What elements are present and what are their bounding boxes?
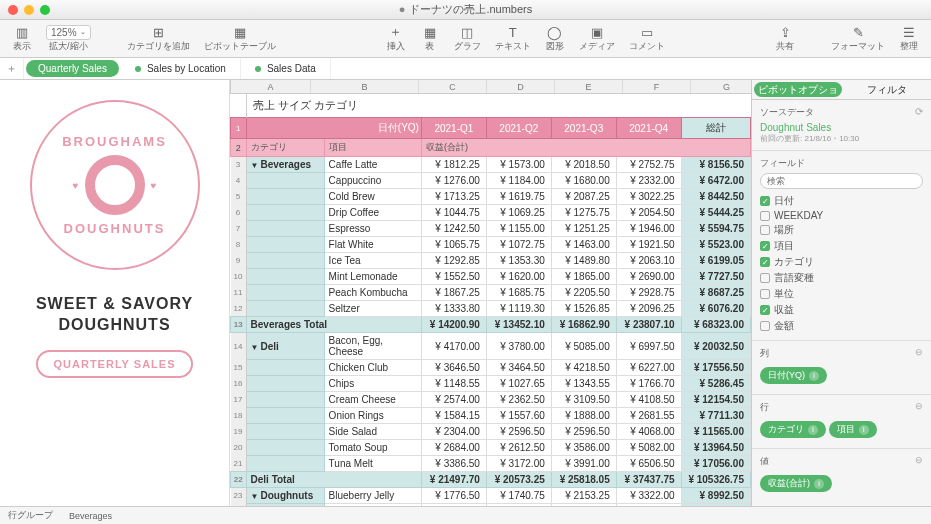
- donut-icon: [85, 155, 145, 215]
- table-row[interactable]: 4Cappuccino¥ 1276.00¥ 1184.00¥ 1680.00¥ …: [231, 173, 751, 189]
- table-row[interactable]: 11Peach Kombucha¥ 1867.25¥ 1685.75¥ 2205…: [231, 285, 751, 301]
- values-label: 値: [760, 455, 769, 468]
- chart-button[interactable]: ◫グラフ: [448, 24, 487, 53]
- footer-label: 行グループ: [8, 509, 53, 522]
- row-pill[interactable]: 項目i: [829, 421, 877, 438]
- table-row[interactable]: 20Tomato Soup¥ 2684.00¥ 2612.50¥ 3586.00…: [231, 440, 751, 456]
- inspector-sidebar: ピボットオプション フィルタ ソースデータ⟳ Doughnut Sales 前回…: [751, 80, 931, 506]
- checkbox-icon[interactable]: ✓: [760, 257, 770, 267]
- source-name[interactable]: Doughnut Sales: [760, 122, 923, 133]
- table-title: 売上 サイズ カテゴリ: [246, 94, 750, 118]
- sheet-tab-quarterly[interactable]: Quarterly Sales: [26, 60, 119, 77]
- remove-icon[interactable]: ⊖: [915, 347, 923, 360]
- row-pill[interactable]: カテゴリi: [760, 421, 826, 438]
- zoom-control[interactable]: 125%⌄拡大/縮小: [40, 25, 97, 53]
- info-icon[interactable]: i: [809, 371, 819, 381]
- fields-label: フィールド: [760, 157, 923, 170]
- shape-button[interactable]: ◯図形: [539, 24, 571, 53]
- quarterly-sales-button[interactable]: QUARTERLY SALES: [36, 350, 194, 378]
- field-option[interactable]: ✓収益: [760, 302, 923, 318]
- heart-icon: ♥: [73, 180, 79, 191]
- media-button[interactable]: ▣メディア: [573, 24, 621, 53]
- table-row[interactable]: 8Flat White¥ 1065.75¥ 1072.75¥ 1463.00¥ …: [231, 237, 751, 253]
- view-button[interactable]: ▥表示: [6, 24, 38, 53]
- field-option[interactable]: 場所: [760, 222, 923, 238]
- table-button[interactable]: ▦表: [414, 24, 446, 53]
- last-updated: 前回の更新: 21/8/16・10:30: [760, 133, 923, 144]
- table-row[interactable]: 12Seltzer¥ 1333.80¥ 1119.30¥ 1526.85¥ 20…: [231, 301, 751, 317]
- table-row[interactable]: 7Espresso¥ 1242.50¥ 1155.00¥ 1251.25¥ 19…: [231, 221, 751, 237]
- table-row[interactable]: 3▼BeveragesCaffe Latte¥ 1812.25¥ 1573.00…: [231, 157, 751, 173]
- info-icon[interactable]: i: [859, 425, 869, 435]
- field-option[interactable]: WEEKDAY: [760, 209, 923, 222]
- info-icon[interactable]: i: [814, 479, 824, 489]
- logo: BROUGHAMS ♥ ♥ DOUGHNUTS: [30, 100, 200, 270]
- table-row[interactable]: 6Drip Coffee¥ 1044.75¥ 1069.25¥ 1275.75¥…: [231, 205, 751, 221]
- table-row[interactable]: 5Cold Brew¥ 1713.25¥ 1619.75¥ 2087.25¥ 3…: [231, 189, 751, 205]
- checkbox-icon[interactable]: ✓: [760, 196, 770, 206]
- toolbar: ▥表示 125%⌄拡大/縮小 ⊞カテゴリを追加 ▦ピボットテーブル ＋挿入 ▦表…: [0, 20, 931, 58]
- table-row[interactable]: 23▼DoughnutsBlueberry Jelly¥ 1776.50¥ 17…: [231, 488, 751, 504]
- dot-icon: [255, 66, 261, 72]
- titlebar: ●ドーナツの売上.numbers: [0, 0, 931, 20]
- table-row[interactable]: 24Caramel Saffron¥ 2149.00¥ 2376.50¥ 264…: [231, 504, 751, 507]
- field-option[interactable]: 言語変種: [760, 270, 923, 286]
- checkbox-icon[interactable]: ✓: [760, 305, 770, 315]
- footer-group[interactable]: Beverages: [69, 511, 112, 521]
- checkbox-icon[interactable]: ✓: [760, 241, 770, 251]
- tab-filter[interactable]: フィルタ: [844, 80, 932, 99]
- sheet-tabs: ＋ Quarterly Sales Sales by Location Sale…: [0, 58, 931, 80]
- table-row[interactable]: 19Side Salad¥ 2304.00¥ 2596.50¥ 2596.50¥…: [231, 424, 751, 440]
- columns-label: 列: [760, 347, 769, 360]
- checkbox-icon[interactable]: [760, 321, 770, 331]
- remove-icon[interactable]: ⊖: [915, 455, 923, 468]
- field-option[interactable]: ✓項目: [760, 238, 923, 254]
- column-pill[interactable]: 日付(YQ)i: [760, 367, 827, 384]
- organize-button[interactable]: ☰整理: [893, 24, 925, 53]
- checkbox-icon[interactable]: [760, 211, 770, 221]
- field-option[interactable]: ✓日付: [760, 193, 923, 209]
- table-row[interactable]: 14▼DeliBacon, Egg, Cheese¥ 4170.00¥ 3780…: [231, 333, 751, 360]
- text-button[interactable]: Tテキスト: [489, 24, 537, 53]
- table-row[interactable]: 18Onion Rings¥ 1584.15¥ 1557.60¥ 1888.00…: [231, 408, 751, 424]
- table-row[interactable]: 9Ice Tea¥ 1292.85¥ 1353.30¥ 1489.80¥ 206…: [231, 253, 751, 269]
- field-option[interactable]: ✓カテゴリ: [760, 254, 923, 270]
- table-row[interactable]: 17Cream Cheese¥ 2574.00¥ 2362.50¥ 3109.5…: [231, 392, 751, 408]
- spreadsheet[interactable]: A B C D E F G 売上 サイズ カテゴリ 1日付(YQ) 2021-Q…: [230, 80, 751, 506]
- subtotal-row[interactable]: 22Deli Total¥ 21497.70¥ 20573.25¥ 25818.…: [231, 472, 751, 488]
- heart-icon: ♥: [151, 180, 157, 191]
- field-option[interactable]: 単位: [760, 286, 923, 302]
- footer: 行グループ Beverages: [0, 506, 931, 524]
- sheet-tab-location[interactable]: Sales by Location: [121, 58, 241, 79]
- share-button[interactable]: ⇪共有: [769, 24, 801, 53]
- source-label: ソースデータ: [760, 106, 814, 119]
- field-search-input[interactable]: [760, 173, 923, 189]
- add-sheet-button[interactable]: ＋: [0, 58, 24, 79]
- subtotal-row[interactable]: 13Beverages Total¥ 14200.90¥ 13452.10¥ 1…: [231, 317, 751, 333]
- logo-text-top: BROUGHAMS: [62, 134, 167, 149]
- table-row[interactable]: 21Tuna Melt¥ 3386.50¥ 3172.00¥ 3991.00¥ …: [231, 456, 751, 472]
- insert-button[interactable]: ＋挿入: [380, 24, 412, 53]
- table-row[interactable]: 15Chicken Club¥ 3646.50¥ 3464.50¥ 4218.5…: [231, 360, 751, 376]
- refresh-icon[interactable]: ⟳: [915, 106, 923, 119]
- pivot-table[interactable]: 売上 サイズ カテゴリ 1日付(YQ) 2021-Q12021-Q22021-Q…: [230, 94, 751, 506]
- tagline: SWEET & SAVORYDOUGHNUTS: [36, 294, 193, 336]
- checkbox-icon[interactable]: [760, 289, 770, 299]
- comment-button[interactable]: ▭コメント: [623, 24, 671, 53]
- checkbox-icon[interactable]: [760, 225, 770, 235]
- logo-text-bottom: DOUGHNUTS: [64, 221, 166, 236]
- remove-icon[interactable]: ⊖: [915, 401, 923, 414]
- tab-pivot-options[interactable]: ピボットオプション: [754, 82, 842, 97]
- value-pill[interactable]: 収益(合計)i: [760, 475, 832, 492]
- add-category-button[interactable]: ⊞カテゴリを追加: [121, 24, 196, 53]
- sheet-tab-data[interactable]: Sales Data: [241, 58, 331, 79]
- dot-icon: [135, 66, 141, 72]
- format-button[interactable]: ✎フォーマット: [825, 24, 891, 53]
- info-icon[interactable]: i: [808, 425, 818, 435]
- table-row[interactable]: 16Chips¥ 1148.55¥ 1027.65¥ 1343.55¥ 1766…: [231, 376, 751, 392]
- rows-label: 行: [760, 401, 769, 414]
- checkbox-icon[interactable]: [760, 273, 770, 283]
- pivot-button[interactable]: ▦ピボットテーブル: [198, 24, 282, 53]
- field-option[interactable]: 金額: [760, 318, 923, 334]
- table-row[interactable]: 10Mint Lemonade¥ 1552.50¥ 1620.00¥ 1865.…: [231, 269, 751, 285]
